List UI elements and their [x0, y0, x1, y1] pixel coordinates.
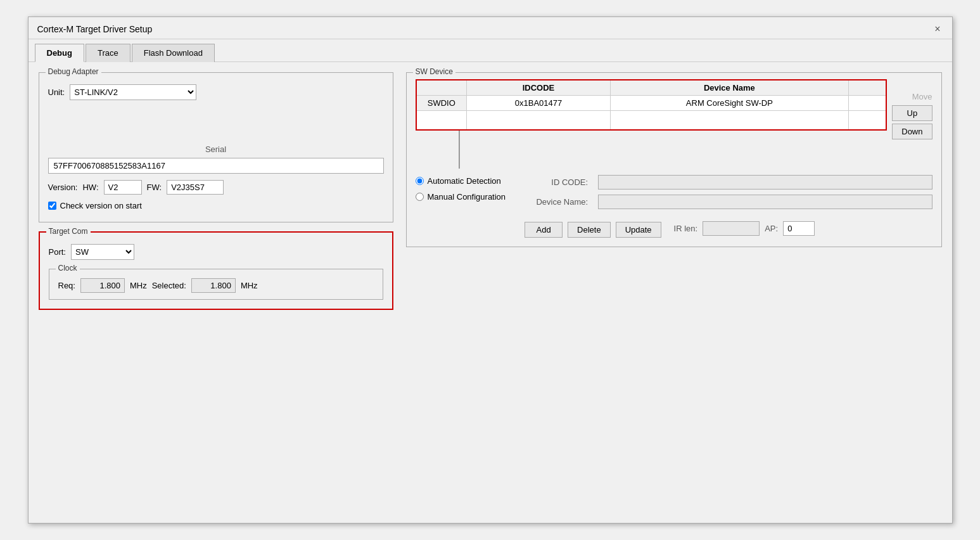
clock-title: Clock: [56, 264, 80, 273]
clock-group: Clock Req: MHz Selected: MHz: [49, 269, 383, 300]
irlen-input[interactable]: [703, 221, 760, 236]
table-row[interactable]: SWDIO 0x1BA01477 ARM CoreSight SW-DP: [416, 96, 887, 111]
ir-len-label: IR len:: [674, 224, 698, 233]
up-button[interactable]: Up: [892, 105, 932, 121]
right-panel: SW Device IDCODE Device Name: [406, 72, 942, 319]
table-col3-header: Device Name: [610, 80, 848, 96]
sw-device-table: IDCODE Device Name SWDIO 0x1BA01477 ARM …: [416, 79, 888, 131]
auto-detection-label: Automatic Detection: [428, 176, 501, 186]
detection-section: Automatic Detection Manual Configuration…: [416, 175, 932, 238]
table-col4-header: [848, 80, 886, 96]
id-code-input[interactable]: [598, 175, 932, 190]
port-row: Port: SW: [49, 239, 383, 260]
version-label: Version:: [48, 183, 78, 192]
req-label: Req:: [58, 281, 75, 290]
title-bar: Cortex-M Target Driver Setup ×: [29, 17, 952, 39]
auto-detection-radio[interactable]: [416, 177, 424, 185]
tab-flash-download[interactable]: Flash Download: [132, 44, 215, 62]
sw-device-group: SW Device IDCODE Device Name: [406, 72, 942, 247]
table-cell-device-name: ARM CoreSight SW-DP: [610, 96, 848, 111]
version-row: Version: HW: FW:: [48, 180, 384, 195]
req-input[interactable]: [80, 278, 125, 293]
sw-table-wrapper: IDCODE Device Name SWDIO 0x1BA01477 ARM …: [416, 79, 888, 169]
mhz-label-2: MHz: [241, 281, 258, 290]
table-row-empty: [416, 111, 887, 130]
selected-label: Selected:: [152, 281, 186, 290]
check-version-checkbox[interactable]: [48, 202, 56, 210]
tab-debug[interactable]: Debug: [35, 44, 84, 62]
left-panel: Debug Adapter Unit: ST-LINK/V2 Serial Ve…: [39, 72, 393, 319]
hw-input[interactable]: [104, 180, 142, 195]
fw-input[interactable]: [167, 180, 224, 195]
table-cell-swdio: SWDIO: [416, 96, 467, 111]
connector-area: [416, 131, 888, 169]
sw-table-container: IDCODE Device Name SWDIO 0x1BA01477 ARM …: [416, 79, 932, 169]
debug-adapter-group: Debug Adapter Unit: ST-LINK/V2 Serial Ve…: [39, 72, 393, 222]
auto-detection-row: Automatic Detection: [416, 176, 506, 186]
manual-config-row: Manual Configuration: [416, 192, 506, 202]
add-button[interactable]: Add: [525, 222, 563, 238]
move-buttons-area: Move Up Down: [892, 79, 932, 169]
port-label: Port:: [49, 247, 66, 257]
down-button[interactable]: Down: [892, 124, 932, 139]
check-version-row: Check version on start: [48, 201, 384, 210]
debug-adapter-title: Debug Adapter: [46, 67, 101, 76]
tabs-bar: Debug Trace Flash Download: [29, 39, 952, 62]
hw-label: HW:: [82, 183, 98, 192]
unit-select[interactable]: ST-LINK/V2: [70, 84, 196, 100]
clock-row: Req: MHz Selected: MHz: [58, 278, 374, 293]
serial-input[interactable]: [48, 158, 384, 174]
window-title: Cortex-M Target Driver Setup: [37, 24, 153, 34]
target-com-group: Target Com Port: SW Clock Req: MHz Selec…: [39, 231, 393, 310]
radio-column: Automatic Detection Manual Configuration: [416, 175, 506, 202]
ap-input[interactable]: [783, 221, 815, 236]
mhz-label-1: MHz: [130, 281, 147, 290]
tab-trace[interactable]: Trace: [86, 44, 130, 62]
table-col1-header: [416, 80, 467, 96]
port-select[interactable]: SW: [71, 244, 134, 260]
sw-device-title: SW Device: [413, 67, 455, 76]
move-label: Move: [892, 92, 932, 101]
manual-config-label: Manual Configuration: [428, 192, 506, 202]
connector-line: [459, 131, 460, 169]
table-col2-header: IDCODE: [467, 80, 611, 96]
update-button[interactable]: Update: [616, 222, 661, 238]
action-buttons: Add Delete Update: [525, 222, 661, 238]
close-button[interactable]: ×: [932, 23, 943, 35]
selected-input: [191, 278, 236, 293]
irlen-ap-row: IR len: AP:: [674, 221, 815, 236]
device-name-row: Device Name:: [525, 195, 932, 209]
table-cell-extra: [848, 96, 886, 111]
delete-button[interactable]: Delete: [568, 222, 611, 238]
id-code-label: ID CODE:: [525, 177, 588, 187]
check-version-label: Check version on start: [60, 201, 142, 210]
id-code-row: ID CODE:: [525, 175, 932, 190]
target-com-title: Target Com: [46, 227, 91, 236]
table-cell-idcode: 0x1BA01477: [467, 96, 611, 111]
device-name-label: Device Name:: [525, 197, 588, 207]
device-name-input[interactable]: [598, 195, 932, 209]
unit-label: Unit:: [48, 87, 65, 97]
fw-label: FW:: [147, 183, 162, 192]
ap-label: AP:: [765, 224, 778, 233]
unit-row: Unit: ST-LINK/V2: [48, 84, 384, 100]
content-area: Debug Adapter Unit: ST-LINK/V2 Serial Ve…: [29, 62, 952, 329]
manual-config-radio[interactable]: [416, 193, 424, 201]
bottom-row: Add Delete Update IR len: AP:: [525, 214, 932, 238]
serial-label: Serial: [48, 145, 384, 154]
right-fields-section: ID CODE: Device Name: Add Delete Update: [525, 175, 932, 238]
main-window: Cortex-M Target Driver Setup × Debug Tra…: [28, 16, 953, 524]
